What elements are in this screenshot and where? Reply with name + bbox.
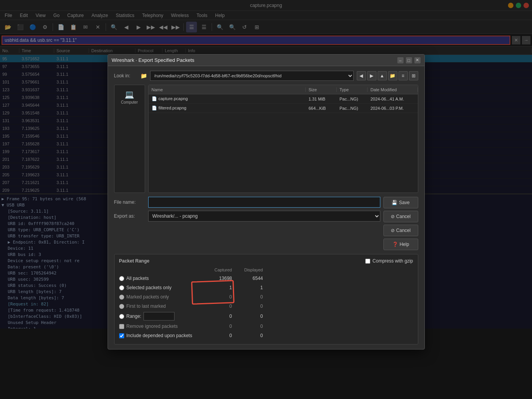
ignored-captured-val: 0 — [204, 324, 235, 329]
nav-up-btn[interactable]: ▲ — [378, 71, 387, 80]
all-displayed-val: 6544 — [235, 276, 266, 281]
range-row-marked: Marked packets only 0 0 — [119, 292, 365, 302]
filename-label: File name: — [114, 200, 145, 205]
help-icon: ❓ — [392, 242, 398, 247]
all-captured-val: 13698 — [204, 276, 235, 281]
dialog-buttons-col: 💾 Save ⊘ Cancel ⊘ Cancel ❓ Help — [383, 197, 418, 250]
cancel1-icon: ⊘ — [391, 214, 395, 219]
marked-packets-label: Marked packets only — [127, 294, 169, 300]
dialog-body: Look in: 📁 /run/media/rzy/f75c5203-f7dd-… — [108, 66, 424, 349]
nav-listitems-btn[interactable]: ≡ — [399, 71, 408, 80]
packet-range-title: Packet Range — [119, 258, 365, 264]
firstlast-displayed-val: 0 — [235, 304, 266, 309]
firstlast-radio[interactable] — [119, 304, 124, 309]
packet-range-section: Packet Range Captured Displayed All pack… — [114, 254, 418, 344]
dialog-overlay: Wireshark · Export Specified Packets – □… — [0, 0, 532, 399]
export-as-select[interactable]: Wireshark/... - pcapng — [148, 211, 380, 222]
range-captured-val: 0 — [204, 314, 235, 319]
firstlast-label: First to last marked — [127, 304, 166, 309]
selected-captured-val: 1 — [204, 285, 235, 290]
range-row-firstlast: First to last marked 0 0 — [119, 302, 365, 311]
export-dialog: Wireshark · Export Specified Packets – □… — [108, 54, 425, 350]
cancel-button-2[interactable]: ⊘ Cancel — [383, 225, 418, 236]
marked-packets-radio[interactable] — [119, 295, 124, 300]
nav-details-btn[interactable]: ⊞ — [409, 71, 418, 80]
sidebar-computer-item[interactable]: 💻 Computer — [116, 88, 143, 106]
range-displayed-val: 0 — [235, 314, 266, 319]
all-packets-radio[interactable] — [119, 276, 124, 281]
file-rows-container: 📄capture.pcapng 1.31 MiB Pac...NG) 2024-… — [149, 94, 418, 113]
range-text-input[interactable] — [144, 312, 174, 321]
dialog-close-btn[interactable]: ✕ — [414, 57, 421, 63]
file-list-area: Name Size Type Date Modified 📄capture.pc… — [148, 85, 418, 193]
selected-displayed-val: 1 — [235, 285, 266, 290]
range-row-selected: Selected packets only 1 1 — [119, 283, 365, 292]
selected-packets-radio[interactable] — [119, 285, 124, 290]
cancel2-icon: ⊘ — [391, 228, 395, 233]
file-col-date: Date Modified — [368, 87, 418, 92]
col-displayed-header: Displayed — [235, 268, 266, 272]
depended-captured-val: 0 — [204, 333, 235, 338]
range-label: Range: — [127, 314, 142, 319]
sidebar-computer-label: Computer — [121, 100, 138, 104]
file-col-type: Type — [337, 87, 368, 92]
file-list-row[interactable]: 📄filtered.pcapng 664...KiB Pac...NG) 202… — [149, 104, 418, 113]
look-in-row: Look in: 📁 /run/media/rzy/f75c5203-f7dd-… — [114, 71, 418, 81]
look-in-nav-btns: ◀ ▶ ▲ 📁 ≡ ⊞ — [357, 71, 418, 80]
all-packets-label: All packets — [127, 276, 149, 281]
compress-label: Compress with gzip — [373, 258, 413, 264]
range-row-all: All packets 13698 6544 — [119, 274, 365, 283]
file-col-name: Name — [149, 87, 306, 92]
save-button[interactable]: 💾 Save — [383, 197, 418, 208]
file-and-buttons: File name: Export as: Wireshark/... - pc… — [114, 197, 418, 250]
compress-row: Compress with gzip — [365, 258, 413, 264]
dialog-title: Wireshark · Export Specified Packets — [112, 57, 195, 63]
marked-displayed-val: 0 — [235, 294, 266, 300]
file-list-header: Name Size Type Date Modified — [149, 85, 418, 94]
file-browser-area: 💻 Computer Name Size Type Date Modified … — [114, 85, 418, 193]
nav-fwd-btn[interactable]: ▶ — [367, 71, 376, 80]
computer-icon: 💻 — [125, 90, 134, 99]
nav-newfolder-btn[interactable]: 📁 — [388, 71, 397, 80]
range-row-range: Range: 0 0 — [119, 311, 365, 322]
dialog-title-controls: – □ ✕ — [397, 57, 421, 63]
file-list-row[interactable]: 📄capture.pcapng 1.31 MiB Pac...NG) 2024-… — [149, 94, 418, 104]
range-radio[interactable] — [119, 314, 124, 319]
include-depended-checkbox[interactable] — [119, 333, 124, 338]
export-as-row: Export as: Wireshark/... - pcapng — [114, 211, 380, 222]
col-captured-header: Captured — [204, 268, 235, 272]
file-col-size: Size — [306, 87, 337, 92]
filename-row: File name: — [114, 197, 380, 208]
include-depended-label: Include depended upon packets — [127, 333, 192, 338]
dialog-title-bar: Wireshark · Export Specified Packets – □… — [108, 55, 424, 66]
look-in-select[interactable]: /run/media/rzy/f75c5203-f7dd-4d58-bf67-e… — [150, 71, 354, 81]
dialog-max-btn[interactable]: □ — [406, 57, 412, 63]
remove-ignored-checkbox[interactable] — [119, 324, 124, 329]
look-in-label: Look in: — [114, 73, 137, 78]
range-row-ignored: Remove ignored packets 0 0 — [119, 322, 365, 331]
sidebar-panel: 💻 Computer — [114, 85, 145, 193]
export-as-label: Export as: — [114, 213, 145, 219]
marked-captured-val: 0 — [204, 294, 235, 300]
dialog-min-btn[interactable]: – — [397, 57, 404, 63]
compress-checkbox[interactable] — [365, 259, 370, 264]
firstlast-captured-val: 0 — [204, 304, 235, 309]
filename-input[interactable] — [148, 197, 380, 208]
range-row-depended: Include depended upon packets 0 0 — [119, 331, 365, 340]
file-area-column: File name: Export as: Wireshark/... - pc… — [114, 197, 380, 250]
ignored-displayed-val: 0 — [235, 324, 266, 329]
depended-displayed-val: 0 — [235, 333, 266, 338]
save-icon: 💾 — [392, 200, 397, 205]
help-button[interactable]: ❓ Help — [383, 239, 418, 250]
cancel-button-1[interactable]: ⊘ Cancel — [383, 211, 418, 222]
selected-packets-label: Selected packets only — [127, 285, 172, 290]
nav-back-btn[interactable]: ◀ — [357, 71, 366, 80]
remove-ignored-label: Remove ignored packets — [127, 324, 178, 329]
